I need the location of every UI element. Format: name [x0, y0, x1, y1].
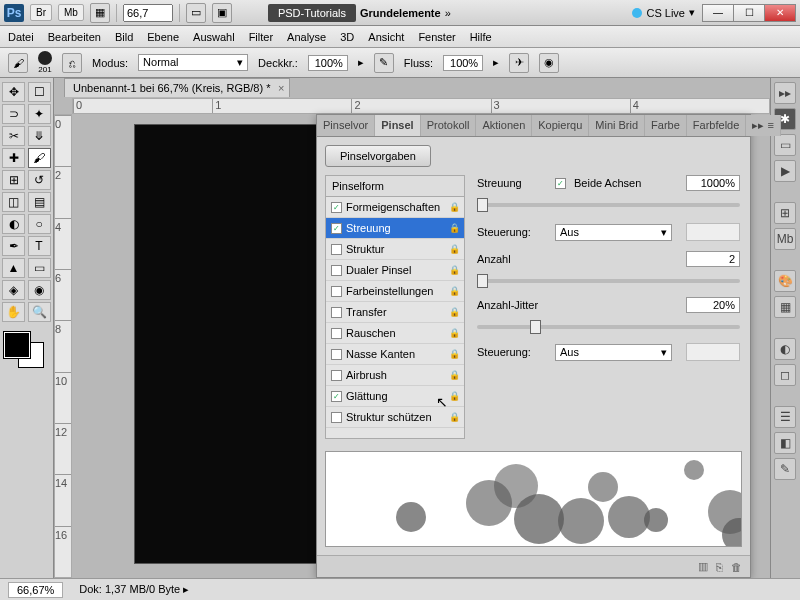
- history-brush-tool[interactable]: ↺: [28, 170, 51, 190]
- screen-mode-icon[interactable]: ▣: [212, 3, 232, 23]
- lock-icon[interactable]: 🔒: [449, 244, 460, 254]
- foreground-swatch[interactable]: [4, 332, 30, 358]
- 3d-tool[interactable]: ◈: [2, 280, 25, 300]
- brush-tool-icon[interactable]: 🖌: [8, 53, 28, 73]
- lock-icon[interactable]: 🔒: [449, 265, 460, 275]
- menu-file[interactable]: Datei: [8, 31, 34, 43]
- status-zoom[interactable]: 66,67%: [8, 582, 63, 598]
- brush-option-nasse-kanten[interactable]: Nasse Kanten🔒: [326, 344, 464, 365]
- wand-tool[interactable]: ✦: [28, 104, 51, 124]
- menu-layer[interactable]: Ebene: [147, 31, 179, 43]
- eyedropper-tool[interactable]: ⤋: [28, 126, 51, 146]
- menu-image[interactable]: Bild: [115, 31, 133, 43]
- canvas[interactable]: [134, 124, 319, 564]
- trash-icon[interactable]: 🗑: [731, 561, 742, 573]
- tab-brush[interactable]: Pinsel: [375, 115, 420, 136]
- crop-tool[interactable]: ✂: [2, 126, 25, 146]
- menu-3d[interactable]: 3D: [340, 31, 354, 43]
- opacity-arrow-icon[interactable]: ▸: [358, 56, 364, 69]
- lock-icon[interactable]: 🔒: [449, 202, 460, 212]
- tab-actions[interactable]: Aktionen: [476, 115, 532, 136]
- checkbox[interactable]: [331, 244, 342, 255]
- brush-tip-shape[interactable]: Pinselform: [326, 176, 464, 197]
- scatter-slider[interactable]: [477, 203, 740, 207]
- eraser-tool[interactable]: ◫: [2, 192, 25, 212]
- dock-collapse-icon[interactable]: ▸▸: [774, 82, 796, 104]
- count-slider[interactable]: [477, 279, 740, 283]
- control1-select[interactable]: Aus▾: [555, 224, 672, 241]
- dock-layers-icon[interactable]: ☰: [774, 406, 796, 428]
- ruler-horizontal[interactable]: 01234: [72, 98, 770, 114]
- lasso-tool[interactable]: ⊃: [2, 104, 25, 124]
- lock-icon[interactable]: 🔒: [449, 412, 460, 422]
- type-tool[interactable]: T: [28, 236, 51, 256]
- opacity-pressure-icon[interactable]: ✎: [374, 53, 394, 73]
- blur-tool[interactable]: ◐: [2, 214, 25, 234]
- flow-arrow-icon[interactable]: ▸: [493, 56, 499, 69]
- hand-tool[interactable]: ✋: [2, 302, 25, 322]
- maximize-button[interactable]: ☐: [733, 4, 765, 22]
- count-jitter-input[interactable]: [686, 297, 740, 313]
- menu-help[interactable]: Hilfe: [470, 31, 492, 43]
- brush-option-transfer[interactable]: Transfer🔒: [326, 302, 464, 323]
- tablet-pressure-icon[interactable]: ◉: [539, 53, 559, 73]
- stamp-tool[interactable]: ⊞: [2, 170, 25, 190]
- chevron-right-icon[interactable]: »: [445, 7, 451, 19]
- brush-option-struktur[interactable]: Struktur🔒: [326, 239, 464, 260]
- lock-icon[interactable]: 🔒: [449, 286, 460, 296]
- brush-option-airbrush[interactable]: Airbrush🔒: [326, 365, 464, 386]
- pen-tool[interactable]: ✒: [2, 236, 25, 256]
- shape-tool[interactable]: ▭: [28, 258, 51, 278]
- count-jitter-slider[interactable]: [477, 325, 740, 329]
- brush-tool[interactable]: 🖌: [28, 148, 51, 168]
- new-brush-icon[interactable]: ⎘: [716, 561, 723, 573]
- dock-masks-icon[interactable]: ◻: [774, 364, 796, 386]
- flow-input[interactable]: [443, 55, 483, 71]
- marquee-tool[interactable]: ☐: [28, 82, 51, 102]
- menu-analysis[interactable]: Analyse: [287, 31, 326, 43]
- checkbox[interactable]: [331, 286, 342, 297]
- lock-icon[interactable]: 🔒: [449, 307, 460, 317]
- menu-edit[interactable]: Bearbeiten: [48, 31, 101, 43]
- minibridge-chip[interactable]: Mb: [58, 4, 84, 21]
- checkbox[interactable]: [331, 307, 342, 318]
- brush-option-struktur-schützen[interactable]: Struktur schützen🔒: [326, 407, 464, 428]
- dock-channels-icon[interactable]: ◧: [774, 432, 796, 454]
- healing-tool[interactable]: ✚: [2, 148, 25, 168]
- ruler-vertical[interactable]: 0246810121416: [54, 114, 72, 578]
- color-swatches[interactable]: [2, 330, 46, 370]
- brush-presets-button[interactable]: Pinselvorgaben: [325, 145, 431, 167]
- brush-panel-toggle-icon[interactable]: ⎌: [62, 53, 82, 73]
- tab-clone-source[interactable]: Kopierqu: [532, 115, 589, 136]
- lock-icon[interactable]: 🔒: [449, 391, 460, 401]
- lock-icon[interactable]: 🔒: [449, 328, 460, 338]
- dock-paths-icon[interactable]: ✎: [774, 458, 796, 480]
- lock-icon[interactable]: 🔒: [449, 370, 460, 380]
- dock-play-icon[interactable]: ▶: [774, 160, 796, 182]
- brush-option-streuung[interactable]: ✓Streuung🔒: [326, 218, 464, 239]
- dock-adjust-icon[interactable]: ◐: [774, 338, 796, 360]
- tab-brush-presets[interactable]: Pinselvor: [317, 115, 375, 136]
- close-tab-icon[interactable]: ×: [278, 82, 284, 94]
- menu-filter[interactable]: Filter: [249, 31, 273, 43]
- zoom-input[interactable]: [123, 4, 173, 22]
- dock-clone-icon[interactable]: ⊞: [774, 202, 796, 224]
- checkbox[interactable]: [331, 370, 342, 381]
- menu-window[interactable]: Fenster: [418, 31, 455, 43]
- dock-color-icon[interactable]: 🎨: [774, 270, 796, 292]
- move-tool[interactable]: ✥: [2, 82, 25, 102]
- gradient-tool[interactable]: ▤: [28, 192, 51, 212]
- panel-expand-icon[interactable]: ▸▸ ≡: [746, 115, 780, 136]
- dock-swatches-icon[interactable]: ▦: [774, 296, 796, 318]
- path-select-tool[interactable]: ▲: [2, 258, 25, 278]
- dock-mb-icon[interactable]: Mb: [774, 228, 796, 250]
- count-input[interactable]: [686, 251, 740, 267]
- brush-option-dualer-pinsel[interactable]: Dualer Pinsel🔒: [326, 260, 464, 281]
- control2-select[interactable]: Aus▾: [555, 344, 672, 361]
- brush-option-glättung[interactable]: ✓Glättung🔒: [326, 386, 464, 407]
- brush-option-formeigenschaften[interactable]: ✓Formeigenschaften🔒: [326, 197, 464, 218]
- view-extras-icon[interactable]: ▭: [186, 3, 206, 23]
- 3d-camera-tool[interactable]: ◉: [28, 280, 51, 300]
- checkbox[interactable]: [331, 349, 342, 360]
- both-axes-checkbox[interactable]: ✓: [555, 178, 566, 189]
